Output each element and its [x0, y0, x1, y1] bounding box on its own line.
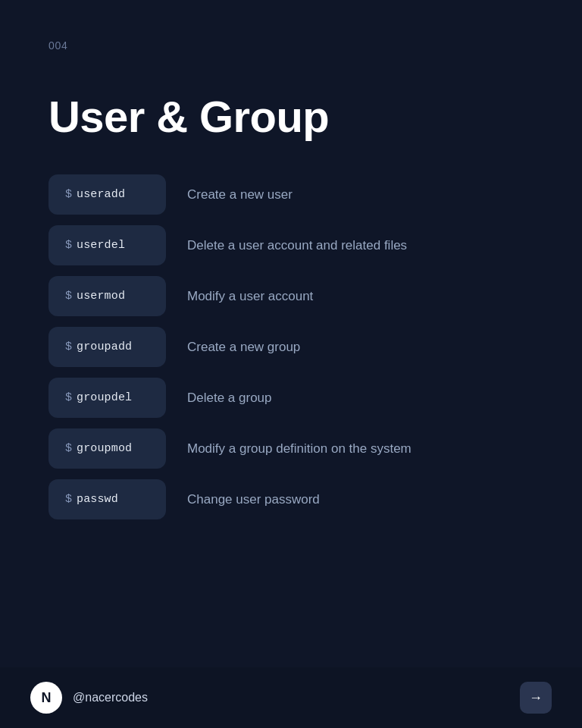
dollar-sign: $ — [65, 239, 72, 252]
command-row: $groupaddCreate a new group — [48, 327, 534, 367]
page-number: 004 — [48, 39, 67, 52]
command-description: Modify a group definition on the system — [187, 441, 411, 457]
command-name: userdel — [77, 239, 125, 252]
dollar-sign: $ — [65, 340, 72, 353]
command-name: groupadd — [77, 340, 132, 353]
arrow-right-icon: → — [529, 690, 543, 706]
command-row: $usermodModify a user account — [48, 276, 534, 316]
command-badge[interactable]: $useradd — [48, 174, 166, 215]
command-badge[interactable]: $passwd — [48, 479, 166, 519]
dollar-sign: $ — [65, 493, 72, 506]
commands-list: $useraddCreate a new user$userdelDelete … — [48, 174, 534, 519]
command-badge[interactable]: $userdel — [48, 225, 166, 265]
command-name: groupmod — [77, 442, 132, 455]
command-description: Modify a user account — [187, 289, 313, 304]
dollar-sign: $ — [65, 442, 72, 455]
command-description: Delete a user account and related files — [187, 238, 407, 253]
footer-left: N @nacercodes — [30, 682, 148, 714]
dollar-sign: $ — [65, 391, 72, 404]
command-row: $userdelDelete a user account and relate… — [48, 225, 534, 265]
command-name: passwd — [77, 493, 118, 506]
command-name: groupdel — [77, 391, 132, 404]
command-badge[interactable]: $groupmod — [48, 428, 166, 469]
command-badge[interactable]: $groupdel — [48, 378, 166, 418]
command-badge[interactable]: $usermod — [48, 276, 166, 316]
command-description: Change user password — [187, 492, 320, 507]
command-row: $groupdelDelete a group — [48, 378, 534, 418]
page-title: User & Group — [48, 91, 329, 142]
avatar-letter: N — [42, 690, 52, 706]
avatar: N — [30, 682, 62, 714]
command-badge[interactable]: $groupadd — [48, 327, 166, 367]
command-row: $groupmodModify a group definition on th… — [48, 428, 534, 469]
command-name: usermod — [77, 290, 125, 303]
command-description: Create a new user — [187, 187, 293, 202]
command-description: Create a new group — [187, 340, 300, 355]
next-arrow-button[interactable]: → — [520, 682, 552, 714]
footer: N @nacercodes → — [0, 667, 582, 728]
dollar-sign: $ — [65, 290, 72, 303]
command-row: $passwdChange user password — [48, 479, 534, 519]
command-row: $useraddCreate a new user — [48, 174, 534, 215]
username: @nacercodes — [73, 691, 148, 704]
command-name: useradd — [77, 188, 125, 201]
dollar-sign: $ — [65, 188, 72, 201]
command-description: Delete a group — [187, 391, 272, 406]
